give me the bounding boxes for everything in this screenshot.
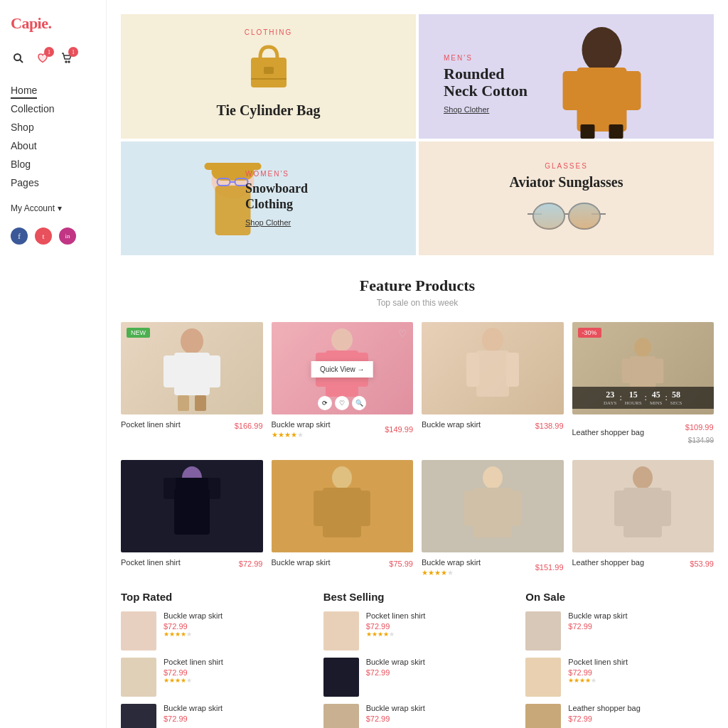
- nav-item-pages[interactable]: Pages: [11, 176, 95, 189]
- banner-4-category: GLASSES: [545, 162, 588, 170]
- social-icons: f t in: [11, 228, 95, 245]
- mini-product-image: [323, 658, 359, 697]
- countdown-mins: 45: [650, 390, 663, 400]
- mini-product-item[interactable]: Buckle wrap skirt $72.99: [121, 704, 309, 728]
- product-name: Buckle wrap skirt: [422, 558, 481, 567]
- product-stars: ★★★★★: [422, 569, 481, 577]
- mini-product-item[interactable]: Buckle wrap skirt $72.99 ★★★★★: [121, 611, 309, 651]
- product-footer: Leather shopper bag $53.99: [572, 558, 714, 569]
- product-card[interactable]: Buckle wrap skirt $138.99: [422, 322, 564, 446]
- mini-product-image: [121, 658, 156, 697]
- action-icon[interactable]: ♡: [335, 396, 349, 410]
- nav-item-blog[interactable]: Blog: [11, 158, 95, 171]
- product-card[interactable]: ♡ Quick View → ⟳ ♡ 🔍: [272, 322, 414, 446]
- product-price: $138.99: [535, 422, 564, 430]
- banner-3-link[interactable]: Shop Clother: [245, 218, 391, 227]
- svg-point-27: [533, 203, 564, 229]
- product-card[interactable]: NEW Pocket linen shirt $166.99: [121, 322, 263, 446]
- banner-womens[interactable]: WOMEN'S SnowboardClothing Shop Clother: [121, 141, 416, 255]
- quick-view-button[interactable]: Quick View →: [311, 361, 373, 378]
- mini-product-image: [121, 611, 156, 651]
- product-price: $149.99: [385, 425, 413, 434]
- search-icon[interactable]: [11, 50, 26, 66]
- cart-badge: 1: [68, 47, 78, 57]
- my-account-dropdown[interactable]: My Account ▾: [11, 203, 95, 213]
- svg-rect-40: [476, 350, 509, 397]
- product-card[interactable]: Buckle wrap skirt $75.99: [272, 460, 414, 577]
- brand-logo[interactable]: Capie.: [11, 14, 95, 33]
- svg-rect-34: [195, 395, 206, 411]
- product-name: Pocket linen shirt: [121, 420, 181, 429]
- svg-rect-12: [581, 124, 595, 139]
- svg-rect-63: [658, 491, 671, 526]
- countdown-timer: 23 DAYS : 15 HOURS : 45 MINS: [572, 387, 714, 409]
- product-stars: ★★★★★: [272, 431, 331, 439]
- mini-product-item[interactable]: Buckle wrap skirt $72.99: [525, 611, 714, 651]
- instagram-icon[interactable]: in: [59, 228, 76, 245]
- top-rated-heading: Top Rated: [121, 591, 309, 603]
- svg-rect-6: [264, 67, 274, 74]
- mini-product-item[interactable]: Buckle wrap skirt $72.99: [323, 704, 512, 728]
- mini-product-image: [525, 658, 561, 697]
- svg-point-52: [332, 466, 352, 489]
- banner-2-title: RoundedNeck Cotton: [444, 65, 689, 100]
- nav-item-shop[interactable]: Shop: [11, 121, 95, 134]
- product-image: -30% 23 DAYS : 15: [572, 322, 714, 414]
- feature-products-section: Feature Products Top sale on this week N…: [121, 277, 714, 577]
- mini-product-item[interactable]: Pocket linen shirt $72.99 ★★★★★: [525, 658, 714, 697]
- banner-clothing[interactable]: CLOTHING Tie Cylinder Bag: [121, 14, 416, 139]
- my-account-label: My Account: [11, 203, 55, 213]
- mini-product-item[interactable]: Pocket linen shirt $72.99 ★★★★★: [323, 611, 512, 651]
- mini-product-item[interactable]: Pocket linen shirt $72.99 ★★★★★: [121, 658, 309, 697]
- mini-product-item[interactable]: Buckle wrap skirt $72.99: [323, 658, 512, 697]
- wishlist-heart-icon[interactable]: ♡: [398, 328, 407, 340]
- wishlist-icon[interactable]: 1: [35, 50, 50, 66]
- banner-2-link[interactable]: Shop Clother: [444, 105, 689, 114]
- bottom-sections: Top Rated Buckle wrap skirt $72.99 ★★★★★…: [121, 591, 714, 728]
- cart-icon[interactable]: 1: [59, 50, 75, 66]
- countdown-days: 23: [604, 390, 616, 400]
- mini-product-info: Leather shopper bag $72.99: [568, 704, 714, 728]
- wishlist-badge: 1: [44, 47, 54, 57]
- svg-rect-41: [466, 353, 479, 387]
- svg-rect-50: [174, 488, 210, 535]
- mini-product-info: Buckle wrap skirt $72.99 ★★★★★: [164, 611, 309, 651]
- countdown-hours: 15: [625, 390, 642, 400]
- action-icon[interactable]: ⟳: [318, 396, 332, 410]
- facebook-icon[interactable]: f: [11, 228, 28, 245]
- banner-2-category: MEN'S: [444, 54, 689, 62]
- svg-rect-13: [609, 124, 623, 139]
- product-card[interactable]: -30% 23 DAYS : 15: [572, 322, 714, 446]
- svg-rect-46: [653, 358, 663, 383]
- product-card[interactable]: Buckle wrap skirt ★★★★★ $151.99: [422, 460, 564, 577]
- banner-mens[interactable]: MEN'S RoundedNeck Cotton Shop Clother: [419, 14, 714, 139]
- nav-item-about[interactable]: About: [11, 139, 95, 152]
- best-selling-section: Best Selling Pocket linen shirt $72.99 ★…: [323, 591, 512, 728]
- main-content: CLOTHING Tie Cylinder Bag: [107, 0, 728, 728]
- new-badge: NEW: [127, 328, 150, 338]
- product-image: [422, 322, 564, 414]
- product-person-figure: [461, 464, 525, 549]
- feature-products-subtitle: Top sale on this week: [121, 298, 714, 308]
- mini-product-image: [121, 704, 156, 728]
- banner-3-category: WOMEN'S: [245, 170, 391, 178]
- nav-item-home[interactable]: Home: [11, 84, 95, 97]
- product-card[interactable]: Pocket linen shirt $72.99: [121, 460, 263, 577]
- bag-illustration: [240, 40, 297, 93]
- banner-glasses[interactable]: GLASSES Aviator Sunglasses: [419, 141, 714, 255]
- nav-item-collection[interactable]: Collection: [11, 102, 95, 115]
- product-person-figure: [160, 464, 224, 549]
- svg-rect-44: [630, 356, 655, 389]
- product-image: [272, 460, 414, 552]
- twitter-icon[interactable]: t: [35, 228, 52, 245]
- svg-line-1: [20, 60, 23, 63]
- mini-product-item[interactable]: Leather shopper bag $72.99: [525, 704, 714, 728]
- svg-point-28: [569, 203, 600, 229]
- banner-1-category: CLOTHING: [245, 28, 293, 36]
- action-icon[interactable]: 🔍: [352, 396, 366, 410]
- product-card[interactable]: Leather shopper bag $53.99: [572, 460, 714, 577]
- product-footer: Pocket linen shirt $72.99: [121, 558, 263, 569]
- countdown-secs: 58: [670, 390, 682, 400]
- mini-product-info: Buckle wrap skirt $72.99: [164, 704, 309, 728]
- svg-rect-32: [206, 355, 220, 387]
